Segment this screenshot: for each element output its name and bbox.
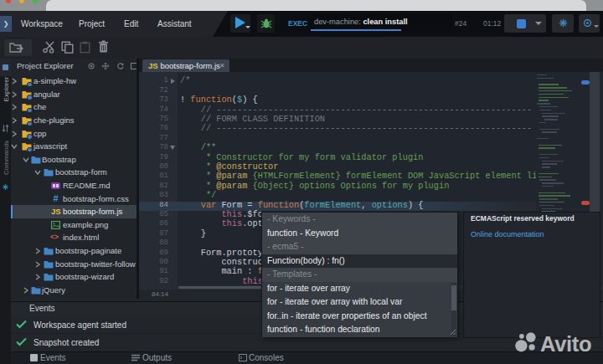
svg-text:Avito: Avito: [540, 332, 591, 356]
